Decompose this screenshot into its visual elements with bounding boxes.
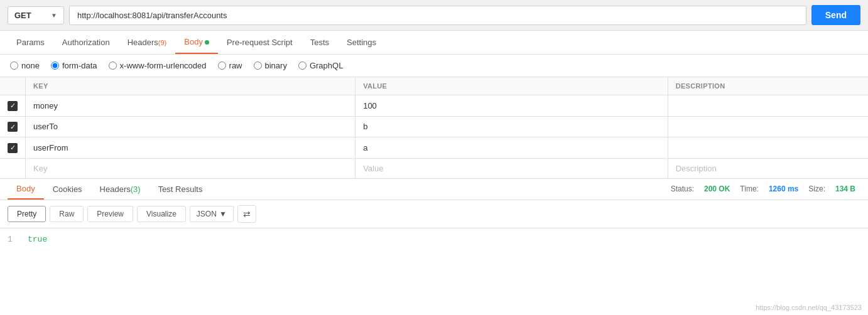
wrap-icon: ⇄ [243,209,251,219]
response-status-info: Status: 200 OK Time: 1260 ms Size: 134 B [671,184,860,193]
body-type-group: none form-data x-www-form-urlencoded raw… [0,55,868,77]
radio-raw[interactable]: raw [218,61,242,70]
response-tab-headers[interactable]: Headers(3) [91,179,149,199]
row-3-checkbox[interactable]: ✓ [8,143,18,153]
row-2-checkbox-cell[interactable]: ✓ [0,116,26,137]
table-row: ✓ userFrom a [0,137,868,159]
radio-graphql[interactable]: GraphQL [298,61,343,70]
format-chevron-icon: ▼ [219,210,227,218]
table-row: ✓ userTo b [0,116,868,137]
tab-params[interactable]: Params [8,31,53,53]
pretty-button[interactable]: Pretty [8,206,46,222]
radio-form-data[interactable]: form-data [51,61,97,70]
response-tabs: Body Cookies Headers(3) Test Results [8,179,211,200]
row-1-checkbox[interactable]: ✓ [8,101,18,111]
chevron-down-icon: ▼ [51,12,57,19]
response-tab-test-results[interactable]: Test Results [149,179,212,199]
radio-urlencoded[interactable]: x-www-form-urlencoded [109,61,207,70]
time-value: 1260 ms [769,184,798,193]
top-bar: GET ▼ Send [0,0,868,31]
placeholder-checkbox-cell [0,158,26,178]
row-3-key[interactable]: userFrom [26,137,355,159]
radio-binary[interactable]: binary [254,61,287,70]
send-button[interactable]: Send [811,5,860,25]
url-input[interactable] [69,6,806,25]
method-label: GET [14,11,31,20]
row-2-key[interactable]: userTo [26,116,355,137]
format-select[interactable]: JSON ▼ [190,206,234,222]
tab-body[interactable]: Body [175,31,218,54]
tab-tests[interactable]: Tests [301,31,338,53]
row-1-description[interactable] [668,95,868,117]
row-3-description[interactable] [668,137,868,159]
row-1-value[interactable]: 100 [355,95,668,117]
method-select[interactable]: GET ▼ [8,6,64,24]
row-3-value[interactable]: a [355,137,668,159]
tab-headers[interactable]: Headers(9) [119,31,176,53]
row-2-checkbox[interactable]: ✓ [8,122,18,132]
preview-button[interactable]: Preview [87,206,133,222]
tab-settings[interactable]: Settings [338,31,385,53]
tab-authorization[interactable]: Authorization [53,31,119,53]
radio-none[interactable]: none [10,61,40,70]
table-header-row: KEY VALUE DESCRIPTION [0,77,868,95]
col-header-description: DESCRIPTION [668,77,868,95]
wrap-button[interactable]: ⇄ [237,205,256,223]
table-placeholder-row: Key Value Description [0,158,868,178]
placeholder-value[interactable]: Value [355,158,668,178]
row-3-checkbox-cell[interactable]: ✓ [0,137,26,159]
row-2-description[interactable] [668,116,868,137]
visualize-button[interactable]: Visualize [137,206,186,222]
row-1-checkbox-cell[interactable]: ✓ [0,95,26,117]
response-tab-cookies[interactable]: Cookies [44,179,91,199]
line-number-1: 1 [8,235,18,244]
row-2-value[interactable]: b [355,116,668,137]
code-value-1: true [28,235,47,244]
placeholder-key[interactable]: Key [26,158,355,178]
response-toolbar: Pretty Raw Preview Visualize JSON ▼ ⇄ [0,200,868,228]
response-body: 1 true [0,228,868,250]
raw-button[interactable]: Raw [50,206,84,222]
response-tabs-bar: Body Cookies Headers(3) Test Results Sta… [0,179,868,200]
table-row: ✓ money 100 [0,95,868,117]
format-label: JSON [197,210,217,218]
col-header-value: VALUE [355,77,668,95]
headers-badge: (9) [158,39,166,46]
size-value: 134 B [835,184,855,193]
placeholder-description[interactable]: Description [668,158,868,178]
col-header-checkbox [0,77,26,95]
body-params-table: KEY VALUE DESCRIPTION ✓ money 100 ✓ user… [0,77,868,179]
row-1-key[interactable]: money [26,95,355,117]
status-label: Status: [671,184,694,193]
col-header-key: KEY [26,77,355,95]
time-label: Time: [740,184,759,193]
size-label: Size: [808,184,825,193]
tab-pre-request[interactable]: Pre-request Script [218,31,301,53]
code-line-1: 1 true [8,235,860,244]
response-tab-body[interactable]: Body [8,179,44,200]
body-active-dot [205,40,209,45]
response-headers-badge: (3) [131,184,141,194]
status-value: 200 OK [704,184,730,193]
request-tabs: Params Authorization Headers(9) Body Pre… [0,31,868,55]
